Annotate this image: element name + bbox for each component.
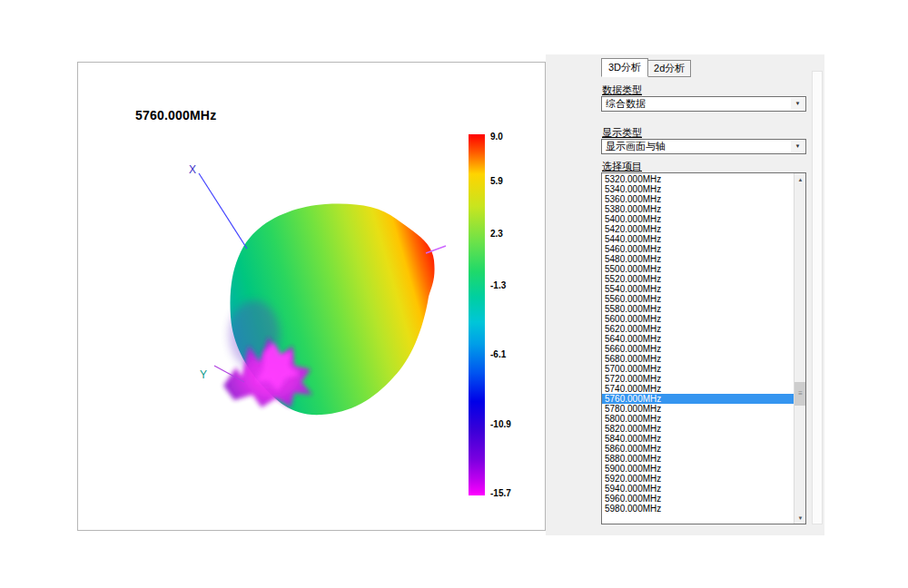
scroll-up-icon[interactable]: ▲ <box>794 173 806 185</box>
outer-scrollbar[interactable] <box>812 71 823 524</box>
frequency-item[interactable]: 5560.000MHz <box>602 294 794 304</box>
data-type-value: 综合数据 <box>606 98 646 109</box>
frequency-item[interactable]: 5400.000MHz <box>602 214 794 224</box>
frequency-item[interactable]: 5620.000MHz <box>602 324 794 334</box>
display-type-value: 显示画面与轴 <box>606 141 666 152</box>
scrollbar-thumb[interactable]: ≡ <box>794 382 806 406</box>
colorbar-label: -10.9 <box>490 420 511 429</box>
colorbar-label: -1.3 <box>490 281 506 290</box>
frequency-item[interactable]: 5340.000MHz <box>602 184 794 194</box>
frequency-item[interactable]: 5800.000MHz <box>602 414 794 424</box>
frequency-item[interactable]: 5780.000MHz <box>602 404 794 414</box>
frequency-item[interactable]: 5760.000MHz <box>602 394 794 404</box>
frequency-item[interactable]: 5520.000MHz <box>602 274 794 284</box>
frequency-item[interactable]: 5900.000MHz <box>602 464 794 474</box>
frequency-item[interactable]: 5540.000MHz <box>602 284 794 294</box>
x-axis-label: X <box>189 163 196 176</box>
frequency-item[interactable]: 5460.000MHz <box>602 244 794 254</box>
colorbar-label: 2.3 <box>490 230 503 239</box>
frequency-item[interactable]: 5580.000MHz <box>602 304 794 314</box>
x-axis-line <box>199 173 247 249</box>
colorbar-label: 5.9 <box>490 177 503 186</box>
frequency-listbox[interactable]: 5320.000MHz5340.000MHz5360.000MHz5380.00… <box>601 172 806 524</box>
plot-panel: 5760.000MHz <box>77 62 546 531</box>
frequency-item[interactable]: 5420.000MHz <box>602 224 794 234</box>
frequency-item[interactable]: 5740.000MHz <box>602 384 794 394</box>
colorbar-label: 9.0 <box>490 132 503 142</box>
display-type-select[interactable]: 显示画面与轴 ▼ <box>601 139 806 154</box>
select-item-label: 选择项目 <box>602 161 642 172</box>
frequency-item[interactable]: 5700.000MHz <box>602 364 794 374</box>
frequency-item[interactable]: 5600.000MHz <box>602 314 794 324</box>
frequency-item[interactable]: 5880.000MHz <box>602 454 794 464</box>
scroll-down-icon[interactable]: ▼ <box>794 512 806 524</box>
frequency-item[interactable]: 5980.000MHz <box>602 504 794 514</box>
colorbar <box>469 134 485 495</box>
frequency-list: 5320.000MHz5340.000MHz5360.000MHz5380.00… <box>602 174 794 514</box>
frequency-item[interactable]: 5640.000MHz <box>602 334 794 344</box>
data-type-select[interactable]: 综合数据 ▼ <box>601 96 806 112</box>
colorbar-label: -6.1 <box>490 350 506 359</box>
control-panel: 3D分析 2d分析 数据类型 综合数据 ▼ 显示类型 显示画面与轴 ▼ 选择项目… <box>546 54 824 535</box>
chevron-down-icon[interactable]: ▼ <box>791 141 804 152</box>
frequency-item[interactable]: 5480.000MHz <box>602 254 794 264</box>
frequency-item[interactable]: 5960.000MHz <box>602 494 794 504</box>
analysis-tabs: 3D分析 2d分析 <box>601 58 691 77</box>
display-type-label: 显示类型 <box>602 127 642 138</box>
frequency-item[interactable]: 5360.000MHz <box>602 194 794 204</box>
frequency-item[interactable]: 5380.000MHz <box>602 204 794 214</box>
tab-2d-analysis[interactable]: 2d分析 <box>648 60 691 77</box>
frequency-item[interactable]: 5820.000MHz <box>602 424 794 434</box>
tab-3d-analysis[interactable]: 3D分析 <box>601 58 648 77</box>
frequency-item[interactable]: 5940.000MHz <box>602 484 794 494</box>
frequency-item[interactable]: 5720.000MHz <box>602 374 794 384</box>
y-axis-label: Y <box>200 368 207 381</box>
frequency-item[interactable]: 5920.000MHz <box>602 474 794 484</box>
frequency-item[interactable]: 5440.000MHz <box>602 234 794 244</box>
data-type-label: 数据类型 <box>602 84 642 95</box>
frequency-item[interactable]: 5320.000MHz <box>602 174 794 184</box>
colorbar-label: -15.7 <box>490 489 511 498</box>
chevron-down-icon[interactable]: ▼ <box>791 98 804 110</box>
listbox-scrollbar[interactable]: ▲ ≡ ▼ <box>794 173 805 524</box>
frequency-item[interactable]: 5840.000MHz <box>602 434 794 444</box>
frequency-item[interactable]: 5860.000MHz <box>602 444 794 454</box>
colorbar-labels: 9.05.92.3-1.3-6.1-10.9-15.7 <box>490 134 532 495</box>
frequency-item[interactable]: 5660.000MHz <box>602 344 794 354</box>
frequency-item[interactable]: 5680.000MHz <box>602 354 794 364</box>
frequency-item[interactable]: 5500.000MHz <box>602 264 794 274</box>
